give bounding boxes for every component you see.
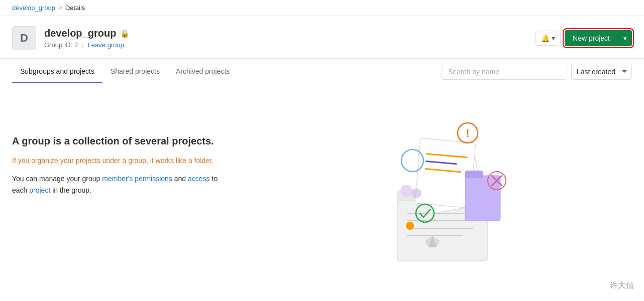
new-project-arrow-icon: ▾ xyxy=(623,35,627,42)
illustration-svg: ! xyxy=(367,105,518,266)
watermark: 许大仙 xyxy=(610,280,634,286)
content-area: A group is a collection of several proje… xyxy=(0,85,644,286)
svg-point-23 xyxy=(406,222,414,230)
svg-text:!: ! xyxy=(466,127,469,139)
empty-state-heading: A group is a collection of several proje… xyxy=(12,135,223,147)
empty-state-text2-highlight3: project xyxy=(29,186,50,194)
tab-archived-projects[interactable]: Archived projects xyxy=(168,60,238,83)
group-avatar: D xyxy=(12,26,36,50)
illustration-container: ! xyxy=(367,105,518,266)
bell-icon: 🔔 xyxy=(541,34,550,42)
tabs-section: Subgroups and projects Shared projects A… xyxy=(0,59,644,85)
empty-state-text2: You can manage your group member's permi… xyxy=(12,173,223,196)
leave-group-link[interactable]: Leave group xyxy=(88,41,124,49)
breadcrumb-current: Details xyxy=(65,4,85,12)
search-input[interactable] xyxy=(442,64,567,80)
notification-button[interactable]: 🔔 ▾ xyxy=(535,31,561,46)
notification-dropdown-arrow: ▾ xyxy=(552,34,555,42)
group-meta: Group ID: 2 | Leave group xyxy=(44,41,130,49)
svg-point-25 xyxy=(411,188,421,198)
breadcrumb-group-link[interactable]: develop_group xyxy=(12,4,55,12)
svg-point-24 xyxy=(400,185,412,197)
tab-filters: Last created Name Last updated xyxy=(442,59,632,85)
new-project-button[interactable]: New project xyxy=(565,30,618,46)
empty-state-text2-highlight2: access xyxy=(188,175,210,183)
empty-state-text1: If you organize your projects under a gr… xyxy=(12,155,223,166)
group-name: develop_group 🔒 xyxy=(44,28,130,39)
lock-icon: 🔒 xyxy=(120,29,130,38)
breadcrumb-bar: develop_group > Details xyxy=(0,0,644,16)
illustration: ! xyxy=(253,105,632,266)
breadcrumb: develop_group > Details xyxy=(12,4,85,12)
group-info: D develop_group 🔒 Group ID: 2 | Leave gr… xyxy=(12,26,130,50)
empty-state-text2-highlight1: member's permissions xyxy=(102,175,172,183)
new-project-dropdown-button[interactable]: ▾ xyxy=(618,30,632,46)
meta-separator: | xyxy=(82,41,83,49)
tab-shared-projects[interactable]: Shared projects xyxy=(102,60,168,83)
empty-state-text: A group is a collection of several proje… xyxy=(12,105,223,203)
tabs: Subgroups and projects Shared projects A… xyxy=(12,60,238,83)
empty-state-text1-content: If you organize your projects under a gr… xyxy=(12,157,213,165)
new-project-group: New project ▾ xyxy=(565,30,632,46)
group-details: develop_group 🔒 Group ID: 2 | Leave grou… xyxy=(44,28,130,49)
header-actions: 🔔 ▾ New project ▾ xyxy=(535,30,632,46)
sort-select[interactable]: Last created Name Last updated xyxy=(571,64,632,80)
tab-subgroups-projects[interactable]: Subgroups and projects xyxy=(12,60,102,83)
group-header: D develop_group 🔒 Group ID: 2 | Leave gr… xyxy=(0,16,644,59)
breadcrumb-separator: > xyxy=(58,4,62,12)
svg-rect-15 xyxy=(465,171,483,178)
